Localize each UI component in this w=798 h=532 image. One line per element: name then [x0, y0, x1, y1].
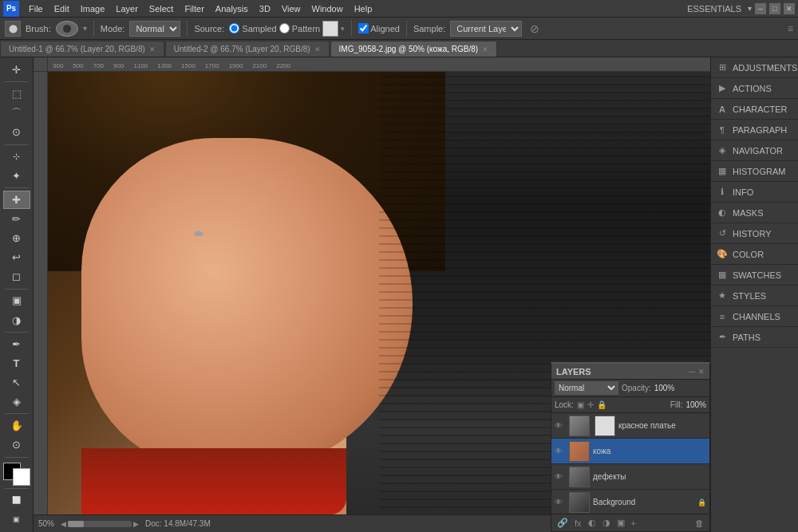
background-color[interactable] — [13, 468, 30, 486]
layer-vis-red-dress[interactable]: 👁 — [555, 421, 566, 430]
tab-untitled2[interactable]: Untitled-2 @ 66.7% (Layer 20, RGB/8) ✕ — [165, 41, 330, 57]
menu-help[interactable]: Help — [350, 2, 377, 15]
layer-row-background[interactable]: 👁 Background 🔒 — [551, 490, 709, 514]
tab-img[interactable]: IMG_9058-2.jpg @ 50% (кожа, RGB/8) ✕ — [330, 41, 498, 57]
panel-channels[interactable]: ≡ CHANNELS — [711, 306, 798, 327]
spot-heal-tool[interactable]: ✚ — [3, 191, 30, 209]
panel-color[interactable]: 🎨 COLOR — [711, 244, 798, 265]
menu-file[interactable]: File — [24, 2, 48, 15]
clone-stamp-tool[interactable]: ⊕ — [3, 229, 30, 247]
pattern-arrow[interactable]: ▾ — [341, 25, 345, 33]
channels-icon: ≡ — [716, 310, 729, 323]
menu-window[interactable]: Window — [307, 2, 348, 15]
fill-value[interactable]: 100% — [685, 400, 706, 409]
brush-picker-icon[interactable]: ⬤ — [5, 21, 21, 37]
screen-mode-btn[interactable]: ▣ — [3, 510, 30, 529]
panel-swatches[interactable]: ▦ SWATCHES — [711, 265, 798, 286]
zoom-tool[interactable]: ⊙ — [3, 435, 30, 454]
menu-layer[interactable]: Layer — [111, 2, 143, 15]
scroll-right[interactable]: ▶ — [133, 520, 139, 528]
opacity-value[interactable]: 100% — [654, 384, 675, 392]
lock-move-btn[interactable]: ✛ — [587, 400, 594, 409]
shape-tool[interactable]: ◈ — [3, 392, 30, 411]
crop-tool[interactable]: ⊹ — [3, 147, 30, 165]
layer-fx-btn[interactable]: fx — [572, 518, 584, 528]
brush-tool[interactable]: ✏ — [3, 210, 30, 228]
layers-minimize[interactable]: ✕ — [698, 368, 705, 376]
panel-adjustments[interactable]: ⊞ ADJUSTMENTS — [711, 57, 798, 78]
gradient-tool[interactable]: ▣ — [3, 291, 30, 309]
quick-select-tool[interactable]: ⊙ — [3, 123, 30, 141]
eraser-tool[interactable]: ◻ — [3, 267, 30, 286]
close-button[interactable]: ✕ — [784, 3, 795, 14]
layer-link-btn[interactable]: 🔗 — [555, 518, 571, 528]
panel-character[interactable]: A CHARACTER — [711, 99, 798, 120]
zoom-level: 50% — [38, 519, 54, 528]
eyedropper-tool[interactable]: ✦ — [3, 167, 30, 185]
panel-history[interactable]: ↺ HISTORY — [711, 223, 798, 244]
lock-all-btn[interactable]: 🔒 — [597, 400, 606, 409]
sampled-radio[interactable] — [229, 23, 239, 33]
essentials-label[interactable]: ESSENTIALS — [687, 4, 741, 14]
panel-actions[interactable]: ▶ ACTIONS — [711, 78, 798, 99]
extra-options-btn[interactable]: ≡ — [788, 23, 793, 34]
pattern-swatch[interactable] — [322, 21, 338, 37]
layer-adj-btn[interactable]: ◑ — [600, 518, 613, 528]
pattern-radio[interactable] — [279, 23, 290, 33]
layers-mode-select[interactable]: Normal — [555, 381, 618, 395]
mode-select[interactable]: Normal — [129, 21, 180, 37]
path-select-tool[interactable]: ↖ — [3, 373, 30, 392]
hand-tool[interactable]: ✋ — [3, 416, 30, 435]
pen-tool[interactable]: ✒ — [3, 335, 30, 353]
layer-vis-background[interactable]: 👁 — [555, 498, 566, 506]
panel-styles[interactable]: ★ STYLES — [711, 286, 798, 306]
layer-row-red-dress[interactable]: 👁 красное платье — [551, 413, 709, 439]
menu-select[interactable]: Select — [144, 2, 179, 15]
quick-mask-btn[interactable]: ⬜ — [3, 491, 30, 510]
sample-select[interactable]: Current Layer — [450, 21, 522, 37]
menu-analysis[interactable]: Analysis — [211, 2, 253, 15]
tab1-close[interactable]: ✕ — [149, 45, 156, 53]
layer-vis-skin[interactable]: 👁 — [555, 447, 566, 455]
menu-edit[interactable]: Edit — [49, 2, 74, 15]
rect-select-tool[interactable]: ⬚ — [3, 85, 30, 103]
brush-size-preview[interactable] — [56, 21, 78, 37]
layer-vis-defects[interactable]: 👁 — [555, 472, 566, 481]
panel-paths[interactable]: ✒ PATHS — [711, 327, 798, 348]
tab-untitled1[interactable]: Untitled-1 @ 66.7% (Layer 20, RGB/8) ✕ — [0, 41, 164, 57]
panel-navigator[interactable]: ◈ NAVIGATOR — [711, 140, 798, 161]
layer-delete-btn[interactable]: 🗑 — [693, 518, 706, 528]
aligned-checkbox[interactable] — [358, 23, 369, 33]
tab3-close[interactable]: ✕ — [482, 45, 488, 53]
move-tool[interactable]: ✛ — [3, 61, 30, 79]
history-brush-tool[interactable]: ↩ — [3, 248, 30, 266]
scroll-bar-h[interactable] — [68, 521, 132, 527]
panel-histogram[interactable]: ▦ HISTOGRAM — [711, 161, 798, 182]
layer-row-skin[interactable]: 👁 кожа — [551, 439, 709, 464]
brush-arrow[interactable]: ▾ — [83, 24, 87, 33]
ignore-adj-icon[interactable]: ⊘ — [530, 22, 539, 35]
tab2-close[interactable]: ✕ — [314, 45, 321, 53]
layer-new-btn[interactable]: + — [629, 518, 638, 528]
menu-3d[interactable]: 3D — [255, 2, 275, 15]
menu-filter[interactable]: Filter — [180, 2, 208, 15]
panel-info[interactable]: ℹ INFO — [711, 182, 798, 203]
panel-masks[interactable]: ◐ MASKS — [711, 203, 798, 223]
panel-paragraph[interactable]: ¶ PARAGRAPH — [711, 120, 798, 140]
menu-image[interactable]: Image — [76, 2, 110, 15]
lasso-tool[interactable]: ⌒ — [3, 104, 30, 122]
workspace-arrow[interactable]: ▾ — [748, 4, 752, 13]
layer-row-defects[interactable]: 👁 дефекты — [551, 464, 709, 490]
type-tool[interactable]: T — [3, 354, 30, 372]
layer-mask-btn[interactable]: ◐ — [586, 518, 598, 528]
color-swatches[interactable] — [3, 463, 30, 485]
layers-collapse[interactable]: — — [689, 368, 696, 376]
dodge-tool[interactable]: ◑ — [3, 311, 30, 329]
restore-button[interactable]: □ — [769, 3, 780, 14]
minimize-button[interactable]: ─ — [755, 3, 766, 14]
scroll-left[interactable]: ◀ — [61, 520, 66, 528]
sep3 — [351, 21, 352, 37]
menu-view[interactable]: View — [277, 2, 306, 15]
layer-group-btn[interactable]: ▣ — [614, 518, 627, 528]
lock-pixels-btn[interactable]: ▣ — [577, 400, 584, 409]
